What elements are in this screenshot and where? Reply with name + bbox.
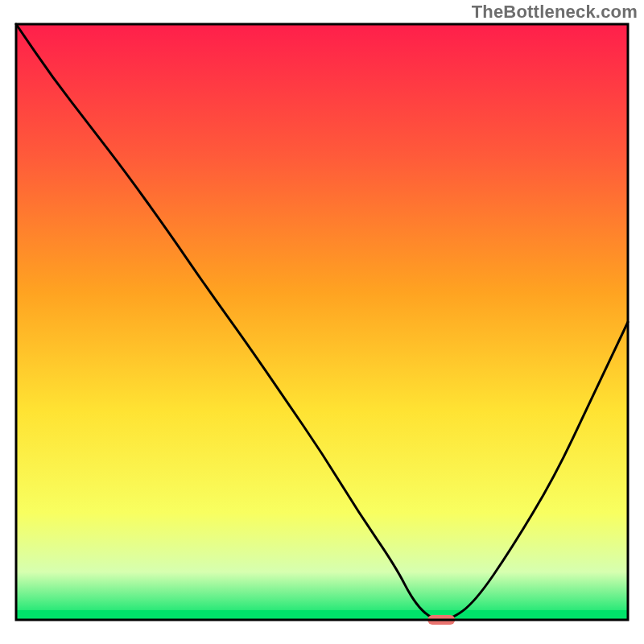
- green-band: [16, 610, 628, 620]
- watermark-label: TheBottleneck.com: [472, 2, 638, 23]
- plot-area: [16, 24, 628, 625]
- chart-container: TheBottleneck.com: [0, 0, 644, 644]
- bottleneck-chart: [0, 0, 644, 644]
- gradient-background: [16, 24, 628, 620]
